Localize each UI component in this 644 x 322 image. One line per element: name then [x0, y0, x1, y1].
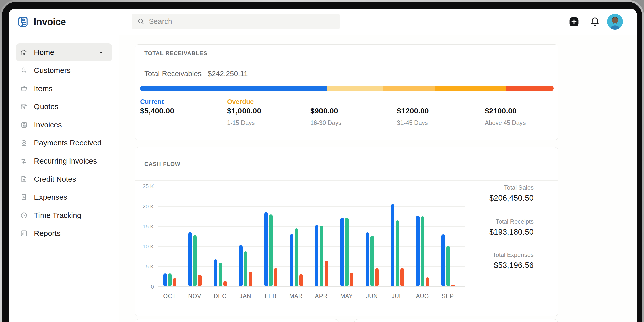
receivables-card: TOTAL RECEIVABLES Total Receivables $242… [135, 44, 558, 140]
sidebar-item-label: Payments Received [34, 139, 102, 147]
home-icon [20, 48, 28, 57]
x-axis-label: JAN [234, 293, 257, 300]
bar-sales-may [340, 218, 344, 286]
bar-expenses-apr [325, 261, 328, 286]
partial-card-right [354, 319, 558, 322]
overdue-amount: $1200.00 [397, 107, 429, 115]
overdue-period: 31-45 Days [397, 119, 428, 126]
topbar: Invoice Search [9, 9, 637, 35]
bar-expenses-dec [223, 281, 227, 286]
cashflow-totals: Total Sales$206,450.50Total Receipts$193… [433, 147, 534, 316]
x-axis-label: MAR [285, 293, 307, 300]
overdue-amount: $1,000.00 [227, 107, 261, 115]
reports-icon [20, 229, 28, 238]
search-placeholder: Search [149, 17, 172, 26]
x-axis-label: JUN [360, 293, 383, 300]
x-axis-label: OCT [158, 293, 181, 300]
notifications-button[interactable] [589, 16, 601, 27]
sidebar-item-home[interactable]: Home [16, 43, 112, 61]
sidebar: HomeCustomersItemsQuotesInvoicesPayments… [9, 35, 119, 322]
sidebar-item-payments-received[interactable]: Payments Received [9, 134, 119, 152]
bar-sales-mar [290, 234, 293, 287]
gridline [158, 186, 465, 186]
y-axis-tick: 15 K [135, 223, 154, 230]
bar-sales-aug [416, 216, 420, 286]
credit-icon [20, 175, 28, 183]
y-axis-tick: 20 K [135, 203, 154, 210]
overdue-label: Overdue [227, 98, 254, 106]
sidebar-item-invoices[interactable]: Invoices [9, 116, 119, 134]
bar-sales-oct [163, 273, 167, 286]
current-label: Current [140, 98, 164, 106]
y-axis-tick: 5 K [135, 263, 154, 270]
sidebar-item-label: Time Tracking [34, 211, 82, 220]
stat-label: Total Receipts [489, 218, 534, 225]
sidebar-item-label: Recurring Invoices [34, 157, 97, 165]
bar-sales-apr [315, 225, 318, 286]
sidebar-item-recurring-invoices[interactable]: Recurring Invoices [9, 152, 119, 170]
quotes-icon [20, 102, 28, 111]
bar-receipts-may [345, 218, 349, 286]
overdue-period: 1-15 Days [227, 119, 255, 126]
bar-receipts-jan [244, 251, 247, 286]
stat-value: $53,196.56 [493, 261, 534, 270]
recurring-icon [20, 157, 28, 165]
payments-icon [20, 139, 28, 147]
search-icon [137, 18, 145, 25]
total-stat: Total Expenses$53,196.56 [493, 251, 534, 270]
sidebar-item-quotes[interactable]: Quotes [9, 98, 119, 116]
bar-expenses-aug [426, 277, 429, 286]
main-content: TOTAL RECEIVABLES Total Receivables $242… [119, 35, 637, 322]
expenses-icon [20, 193, 28, 202]
sidebar-item-label: Customers [34, 66, 71, 75]
create-new-button[interactable] [569, 17, 579, 27]
x-axis-label: FEB [259, 293, 282, 300]
x-axis-label: JUL [386, 293, 409, 300]
invoice-logo-icon [16, 15, 30, 29]
x-axis-label: AUG [411, 293, 434, 300]
sidebar-item-label: Reports [34, 229, 61, 238]
user-avatar[interactable] [607, 14, 623, 30]
sidebar-item-time-tracking[interactable]: Time Tracking [9, 206, 119, 224]
bar-receipts-feb [269, 214, 273, 286]
customers-icon [20, 66, 28, 75]
aging-divider [205, 98, 205, 129]
y-axis-tick: 0 [135, 284, 154, 290]
total-stat: Total Sales$206,450.50 [489, 184, 534, 203]
sidebar-item-label: Quotes [34, 102, 58, 111]
gridline [158, 206, 465, 207]
plus-icon [569, 17, 579, 27]
bar-receipts-dec [219, 263, 222, 286]
bar-expenses-jun [375, 268, 379, 286]
sidebar-item-customers[interactable]: Customers [9, 61, 119, 79]
bar-sales-jun [366, 232, 369, 286]
bar-receipts-apr [320, 226, 323, 286]
sidebar-item-label: Invoices [34, 120, 62, 129]
chevron-down-icon[interactable] [98, 49, 104, 56]
bar-sales-jan [239, 245, 243, 286]
bar-receipts-mar [295, 228, 298, 286]
search-bar[interactable]: Search [132, 14, 340, 29]
stat-value: $206,450.50 [489, 194, 534, 203]
sidebar-item-items[interactable]: Items [9, 79, 119, 98]
bar-sales-jul [391, 204, 394, 286]
stat-label: Total Expenses [493, 251, 534, 258]
app-window: Invoice Search [9, 9, 637, 322]
receivables-aging-breakdown: Current$5,400.00Overdue$1,000.001-15 Day… [135, 45, 558, 140]
sidebar-item-label: Expenses [34, 193, 67, 202]
stat-label: Total Sales [489, 184, 534, 191]
avatar-image [607, 14, 623, 30]
sidebar-item-reports[interactable]: Reports [9, 224, 119, 243]
overdue-period: 16-30 Days [310, 119, 341, 126]
bar-expenses-jul [400, 268, 404, 286]
sidebar-item-credit-notes[interactable]: Credit Notes [9, 170, 119, 188]
invoices-icon [20, 120, 28, 129]
total-stat: Total Receipts$193,180.50 [489, 218, 534, 237]
bar-expenses-nov [198, 275, 202, 286]
sidebar-item-label: Items [34, 84, 53, 93]
x-axis-label: MAY [335, 293, 358, 300]
items-icon [20, 84, 28, 93]
app-logo: Invoice [16, 14, 66, 29]
bar-receipts-oct [168, 273, 172, 286]
sidebar-item-expenses[interactable]: Expenses [9, 188, 119, 206]
